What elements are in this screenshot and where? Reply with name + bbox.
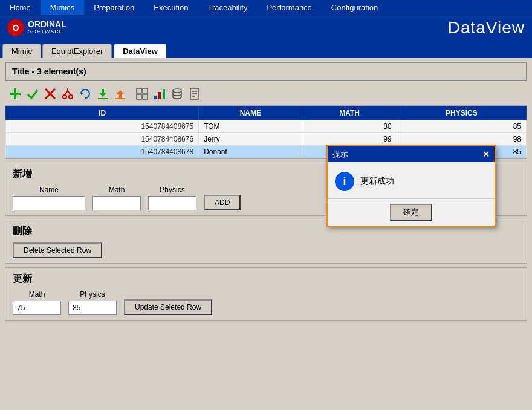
delete-icon <box>44 87 57 100</box>
nav-performance[interactable]: Performance <box>257 0 321 15</box>
physics-field-group: Physics <box>148 186 196 210</box>
name-input[interactable] <box>13 196 85 210</box>
svg-rect-20 <box>154 96 157 99</box>
svg-rect-22 <box>163 89 165 99</box>
svg-point-4 <box>63 95 66 99</box>
nav-preparation[interactable]: Preparation <box>84 0 144 15</box>
svg-rect-18 <box>137 94 141 99</box>
toolbar-add-button[interactable] <box>7 86 23 102</box>
tab-mimic[interactable]: Mimic <box>2 44 41 58</box>
cell-id: 1540784408678 <box>6 146 199 158</box>
update-physics-input[interactable] <box>68 301 117 315</box>
cell-name: Jerry <box>199 133 302 146</box>
cut-icon <box>61 87 74 100</box>
svg-rect-12 <box>98 98 108 99</box>
dialog-footer: 確定 <box>328 198 495 226</box>
toolbar-chart-button[interactable] <box>152 86 167 102</box>
nav-configuration[interactable]: Configuration <box>322 0 388 15</box>
logo-text: ORDINAL SOFTWARE <box>28 20 66 35</box>
math-input[interactable] <box>92 196 141 210</box>
nav-execution[interactable]: Execution <box>144 0 198 15</box>
svg-marker-13 <box>117 90 124 94</box>
sub-tab-bar: Mimic EquiptExplorer DataView <box>0 40 532 58</box>
table-row[interactable]: 1540784408675 TOM 80 85 <box>6 120 527 133</box>
cell-math: 80 <box>302 120 397 133</box>
update-physics-field-group: Physics <box>68 290 117 315</box>
math-field-group: Math <box>92 186 141 210</box>
grid-icon <box>135 87 149 100</box>
svg-line-7 <box>68 91 71 95</box>
tab-dataview[interactable]: DataView <box>113 43 167 58</box>
update-selected-row-button[interactable]: Update Seleted Row <box>124 299 212 315</box>
name-label: Name <box>39 186 59 194</box>
dialog-confirm-button[interactable]: 確定 <box>390 204 432 221</box>
svg-rect-21 <box>158 92 161 99</box>
toolbar <box>5 83 527 104</box>
db-icon <box>170 87 184 100</box>
add-icon <box>8 87 22 100</box>
nav-traceability[interactable]: Traceability <box>198 0 257 15</box>
toolbar-db-button[interactable] <box>169 86 185 102</box>
update-math-label: Math <box>29 290 45 299</box>
toolbar-cut-button[interactable] <box>60 86 76 102</box>
svg-marker-10 <box>99 93 106 97</box>
toolbar-doc-button[interactable] <box>187 86 203 102</box>
update-math-field-group: Math <box>13 290 61 315</box>
col-header-name: NAME <box>199 106 302 120</box>
svg-rect-11 <box>102 89 104 93</box>
cell-id: 1540784408675 <box>6 120 199 133</box>
physics-input[interactable] <box>148 196 196 210</box>
table-row[interactable]: 1540784408676 Jerry 99 98 <box>6 133 527 146</box>
svg-rect-16 <box>137 88 141 93</box>
cell-physics: 85 <box>397 120 526 133</box>
dialog-message: 更新成功 <box>360 176 394 187</box>
toolbar-upload-button[interactable] <box>112 86 128 102</box>
logo-circle: O <box>7 19 24 36</box>
logo-bar: O ORDINAL SOFTWARE DataView <box>0 15 532 40</box>
col-header-id: ID <box>6 106 199 120</box>
dialog-title: 提示 <box>332 149 348 160</box>
chart-icon <box>153 87 166 100</box>
top-nav-bar: Home Mimics Preparation Execution Tracea… <box>0 0 532 15</box>
toolbar-refresh-button[interactable] <box>77 86 93 102</box>
dialog-body: i 更新成功 <box>328 162 495 198</box>
app-title: DataView <box>448 18 525 37</box>
dialog-close-button[interactable]: ✕ <box>482 149 490 159</box>
tab-equiptexplorer[interactable]: EquiptExplorer <box>42 44 112 58</box>
toolbar-grid-button[interactable] <box>134 86 150 102</box>
svg-point-23 <box>173 89 181 93</box>
svg-rect-1 <box>10 93 21 95</box>
dialog-info-icon: i <box>335 172 354 191</box>
svg-rect-14 <box>119 94 122 99</box>
download-icon <box>96 87 109 100</box>
update-section-row: Math Physics Update Seleted Row <box>13 290 519 315</box>
physics-label: Physics <box>160 186 184 194</box>
math-label: Math <box>109 186 125 194</box>
cell-math: 99 <box>302 133 397 146</box>
cell-name: Donant <box>199 146 302 158</box>
col-header-physics: PHYSICS <box>397 106 526 120</box>
cell-name: TOM <box>199 120 302 133</box>
dialog-box[interactable]: 提示 ✕ i 更新成功 確定 <box>326 145 496 227</box>
svg-rect-17 <box>143 88 148 93</box>
svg-line-6 <box>65 91 68 95</box>
add-button[interactable]: ADD <box>204 195 241 210</box>
upload-icon <box>114 87 127 100</box>
nav-home[interactable]: Home <box>0 0 41 15</box>
svg-point-5 <box>69 95 73 99</box>
brand-name: ORDINAL <box>28 20 66 29</box>
svg-marker-9 <box>81 91 83 95</box>
toolbar-download-button[interactable] <box>95 86 111 102</box>
name-field-group: Name <box>13 186 85 210</box>
nav-mimics[interactable]: Mimics <box>41 0 84 15</box>
update-section-title: 更新 <box>13 273 519 285</box>
delete-selected-row-button[interactable]: Delete Selected Row <box>13 242 102 258</box>
check-icon <box>26 87 39 100</box>
svg-rect-19 <box>143 94 148 99</box>
dialog-titlebar: 提示 ✕ <box>328 146 495 162</box>
update-math-input[interactable] <box>13 301 61 315</box>
toolbar-check-button[interactable] <box>25 86 41 102</box>
toolbar-delete-button[interactable] <box>42 86 58 102</box>
title-bar: Title - 3 element(s) <box>5 62 527 81</box>
brand-sub: SOFTWARE <box>28 29 66 35</box>
